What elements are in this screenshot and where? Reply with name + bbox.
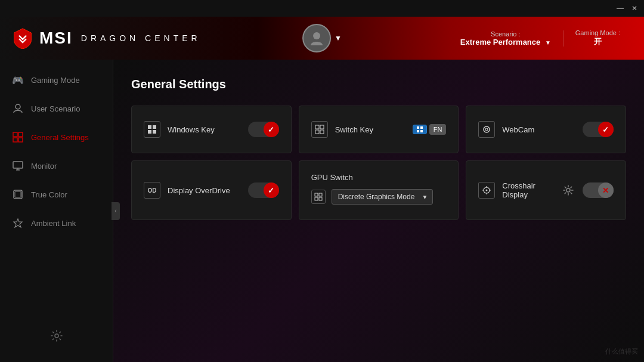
svg-rect-14 (315, 125, 319, 129)
monitor-icon (12, 160, 24, 172)
crosshair-display-label: Crosshair Display (502, 181, 560, 199)
avatar[interactable] (302, 24, 331, 52)
page-title: General Settings (131, 78, 626, 91)
win-badge (413, 125, 427, 134)
sidebar-item-ambient-link[interactable]: Ambient Link (0, 209, 113, 237)
gaming-mode-icon: 🎮 (12, 74, 24, 86)
svg-point-30 (566, 188, 570, 192)
sidebar-item-user-scenario[interactable]: User Scenario (0, 94, 113, 123)
header: msi DRAGON CENTER ▼ Scenario : Extreme P… (0, 17, 644, 60)
logo-dragon-text: DRAGON CENTER (81, 33, 201, 43)
switch-key-badges: FN (413, 124, 447, 135)
settings-grid: Windows Key ✓ (131, 106, 626, 220)
svg-rect-25 (319, 193, 322, 196)
display-overdrive-icon: OD (144, 182, 160, 199)
gpu-select-icon (311, 190, 326, 204)
settings-gear-icon (51, 330, 63, 342)
watermark: 什么值得买 (605, 347, 638, 356)
display-overdrive-left: OD Display OverDrive (144, 182, 230, 199)
gpu-mode-value: Discrete Graphics Mode (338, 193, 415, 201)
switch-key-icon (311, 121, 328, 138)
svg-rect-15 (320, 125, 324, 129)
svg-rect-12 (148, 130, 151, 134)
svg-point-9 (55, 334, 58, 338)
minimize-button[interactable]: — (615, 4, 625, 13)
crosshair-display-card: Crosshair Display ✕ (466, 160, 626, 220)
webcam-card: WebCam ✓ (466, 106, 626, 153)
svg-rect-4 (13, 138, 17, 142)
sidebar-item-monitor[interactable]: Monitor (0, 151, 113, 180)
sidebar-item-label: Ambient Link (31, 219, 76, 228)
sidebar-item-label: User Scenario (31, 104, 80, 113)
crosshair-settings-button[interactable] (560, 182, 577, 199)
sidebar-toggle[interactable]: ‹ (112, 202, 120, 220)
sidebar-item-gaming-mode[interactable]: 🎮 Gaming Mode (0, 66, 113, 94)
windows-key-card: Windows Key ✓ (131, 106, 292, 153)
svg-rect-24 (315, 193, 318, 196)
gpu-switch-container: GPU Switch Discrete Graphics Mode (311, 173, 447, 205)
display-overdrive-card: OD Display OverDrive ✓ (131, 160, 292, 220)
gpu-switch-label: GPU Switch (311, 173, 447, 182)
sidebar-settings-button[interactable] (0, 321, 113, 350)
gpu-switch-card: GPU Switch Discrete Graphics Mode (299, 160, 459, 220)
windows-key-left: Windows Key (144, 121, 215, 138)
svg-rect-27 (319, 197, 322, 200)
gaming-mode-label: Gaming Mode : (575, 29, 620, 36)
user-scenario-icon (12, 103, 24, 115)
sidebar-item-general-settings[interactable]: General Settings (0, 123, 113, 151)
sidebar-item-label: General Settings (31, 133, 89, 142)
gpu-mode-dropdown[interactable]: Discrete Graphics Mode ▼ (332, 189, 434, 205)
sidebar-item-label: Monitor (31, 162, 57, 171)
general-settings-icon (12, 131, 24, 143)
webcam-label: WebCam (502, 125, 534, 134)
svg-rect-16 (315, 130, 319, 134)
svg-rect-21 (420, 130, 423, 132)
logo: msi DRAGON CENTER (12, 27, 201, 49)
svg-rect-11 (153, 125, 156, 129)
header-profile[interactable]: ▼ (302, 24, 342, 52)
windows-key-toggle[interactable]: ✓ (248, 122, 279, 137)
scenario-value: Extreme Performance ▼ (460, 38, 551, 47)
switch-key-card: Switch Key FN (299, 106, 459, 153)
crosshair-toggle-x-icon: ✕ (598, 182, 614, 198)
scenario-label: Scenario : (491, 30, 521, 38)
sidebar: ‹ 🎮 Gaming Mode User Scenario (0, 60, 113, 362)
webcam-left: WebCam (478, 121, 534, 138)
svg-point-1 (16, 104, 20, 109)
svg-point-29 (486, 190, 488, 191)
svg-rect-8 (15, 191, 21, 197)
crosshair-controls: ✕ (560, 182, 614, 199)
gaming-mode-info[interactable]: Gaming Mode : 开 (564, 29, 632, 47)
titlebar: — ✕ (0, 0, 644, 17)
toggle-check-icon: ✓ (264, 182, 279, 198)
msi-shield-icon (12, 27, 33, 49)
windows-key-icon (144, 121, 160, 138)
svg-point-23 (485, 128, 488, 131)
content-area: General Settings Windows Key (113, 60, 644, 362)
sidebar-item-true-color[interactable]: True Color (0, 180, 113, 209)
svg-rect-19 (420, 126, 423, 129)
true-color-icon (12, 188, 24, 200)
svg-rect-18 (417, 126, 419, 129)
svg-point-22 (484, 126, 490, 132)
gaming-mode-value: 开 (594, 36, 602, 47)
svg-rect-13 (153, 130, 156, 134)
scenario-arrow-icon: ▼ (545, 39, 551, 46)
sidebar-item-label: Gaming Mode (31, 76, 80, 85)
display-overdrive-toggle[interactable]: ✓ (248, 182, 279, 198)
toggle-check-icon: ✓ (598, 122, 614, 137)
fn-badge: FN (429, 124, 447, 135)
webcam-toggle[interactable]: ✓ (583, 122, 614, 137)
svg-rect-17 (320, 130, 324, 134)
crosshair-icon (478, 182, 495, 199)
windows-key-label: Windows Key (168, 125, 215, 134)
ambient-link-icon (12, 217, 24, 229)
switch-key-left: Switch Key (311, 121, 373, 138)
display-overdrive-label: Display OverDrive (168, 186, 230, 195)
close-button[interactable]: ✕ (630, 4, 639, 13)
dropdown-arrow-icon: ▼ (422, 194, 428, 200)
crosshair-toggle[interactable]: ✕ (583, 182, 614, 198)
sidebar-item-label: True Color (31, 190, 67, 199)
scenario-info[interactable]: Scenario : Extreme Performance ▼ (448, 30, 564, 47)
svg-rect-5 (18, 138, 23, 142)
